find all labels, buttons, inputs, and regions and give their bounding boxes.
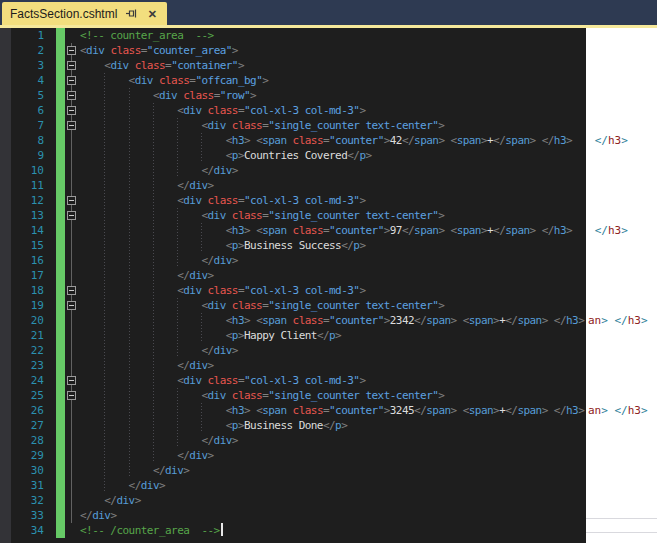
code-line[interactable]: 12 <div class="col-xl-3 col-md-3">	[0, 193, 586, 208]
code-line[interactable]: 4 <div class="offcan_bg">	[0, 73, 586, 88]
change-tracking-bar	[56, 328, 65, 343]
code-line[interactable]: 32 </div>	[0, 493, 586, 508]
code-line[interactable]: 26 <h3> <span class="counter">3245</span…	[0, 403, 586, 418]
code-text: <div class="col-xl-3 col-md-3">	[80, 193, 365, 208]
code-line[interactable]: 19 <div class="single_counter text-cente…	[0, 298, 586, 313]
line-number: 28	[11, 433, 44, 448]
change-tracking-bar	[56, 463, 65, 478]
code-text: <div class="row">	[80, 88, 256, 103]
outline-line	[71, 253, 72, 268]
line-number: 25	[11, 388, 44, 403]
outline-line	[71, 163, 72, 178]
fold-collapse-box[interactable]	[67, 286, 76, 295]
change-tracking-bar	[56, 478, 65, 493]
fold-collapse-box[interactable]	[67, 301, 76, 310]
code-text: <div class="single_counter text-center">	[80, 208, 444, 223]
code-line[interactable]: 18 <div class="col-xl-3 col-md-3">	[0, 283, 586, 298]
outline-line	[71, 433, 72, 448]
outline-line	[71, 313, 72, 328]
code-line[interactable]: 16 </div>	[0, 253, 586, 268]
line-number: 30	[11, 463, 44, 478]
outline-line	[71, 133, 72, 148]
change-tracking-bar	[56, 448, 65, 463]
code-line[interactable]: 33</div>	[0, 508, 586, 523]
change-tracking-bar	[56, 358, 65, 373]
code-text: </div>	[80, 508, 116, 523]
line-number: 1	[11, 28, 44, 43]
fold-collapse-box[interactable]	[67, 196, 76, 205]
outline-line	[71, 493, 72, 508]
close-icon[interactable]: ✕	[145, 7, 159, 21]
fold-collapse-box[interactable]	[67, 61, 76, 70]
code-line[interactable]: 5 <div class="row">	[0, 88, 586, 103]
change-tracking-bar	[56, 88, 65, 103]
line-number: 8	[11, 133, 44, 148]
line-number: 32	[11, 493, 44, 508]
code-line[interactable]: 34<!-- /counter_area -->	[0, 523, 586, 538]
fold-collapse-box[interactable]	[67, 76, 76, 85]
code-text: </div>	[80, 463, 189, 478]
code-text: <div class="container">	[80, 58, 244, 73]
change-tracking-bar	[56, 373, 65, 388]
code-text: <h3> <span class="counter">97</span> <sp…	[80, 223, 572, 238]
fold-collapse-box[interactable]	[67, 211, 76, 220]
code-line[interactable]: 30 </div>	[0, 463, 586, 478]
line-number: 17	[11, 268, 44, 283]
pin-icon[interactable]	[124, 7, 138, 21]
code-line[interactable]: 2<div class="counter_area">	[0, 43, 586, 58]
change-tracking-bar	[56, 163, 65, 178]
code-line[interactable]: 24 <div class="col-xl-3 col-md-3">	[0, 373, 586, 388]
code-line[interactable]: 14 <h3> <span class="counter">97</span> …	[0, 223, 586, 238]
code-line[interactable]: 27 <p>Business Done</p>	[0, 418, 586, 433]
line-number: 4	[11, 73, 44, 88]
outline-line	[71, 268, 72, 283]
code-line[interactable]: 8 <h3> <span class="counter">42</span> <…	[0, 133, 586, 148]
fold-collapse-box[interactable]	[67, 121, 76, 130]
code-line[interactable]: 28 </div>	[0, 433, 586, 448]
outline-line	[71, 463, 72, 478]
code-text: </div>	[80, 493, 141, 508]
code-line[interactable]: 7 <div class="single_counter text-center…	[0, 118, 586, 133]
code-text: </div>	[80, 163, 238, 178]
code-line[interactable]: 13 <div class="single_counter text-cente…	[0, 208, 586, 223]
code-text: <div class="counter_area">	[80, 43, 238, 58]
code-line[interactable]: 15 <p>Business Success</p>	[0, 238, 586, 253]
code-line[interactable]: 23 </div>	[0, 358, 586, 373]
line-number: 6	[11, 103, 44, 118]
editor-tab[interactable]: FactsSection.cshtml ✕	[2, 2, 167, 25]
change-tracking-bar	[56, 403, 65, 418]
outline-line	[71, 178, 72, 193]
code-line[interactable]: 9 <p>Countries Covered</p>	[0, 148, 586, 163]
code-line[interactable]: 10 </div>	[0, 163, 586, 178]
line-number: 7	[11, 118, 44, 133]
code-line[interactable]: 11 </div>	[0, 178, 586, 193]
vs-window: FactsSection.cshtml ✕ 1<!-- counter_area…	[0, 0, 657, 543]
code-line[interactable]: 25 <div class="single_counter text-cente…	[0, 388, 586, 403]
fold-collapse-box[interactable]	[67, 106, 76, 115]
fold-collapse-box[interactable]	[67, 391, 76, 400]
code-line[interactable]: 20 <h3> <span class="counter">2342</span…	[0, 313, 586, 328]
change-tracking-bar	[56, 508, 65, 523]
fold-collapse-box[interactable]	[67, 91, 76, 100]
code-text: <p>Countries Covered</p>	[80, 148, 372, 163]
change-tracking-bar	[56, 388, 65, 403]
code-line[interactable]: 22 </div>	[0, 343, 586, 358]
code-line[interactable]: 31 </div>	[0, 478, 586, 493]
code-line[interactable]: 6 <div class="col-xl-3 col-md-3">	[0, 103, 586, 118]
code-line[interactable]: 17 </div>	[0, 268, 586, 283]
code-line[interactable]: 1<!-- counter_area -->	[0, 28, 586, 43]
line-number: 20	[11, 313, 44, 328]
code-line[interactable]: 21 <p>Happy Client</p>	[0, 328, 586, 343]
change-tracking-bar	[56, 43, 65, 58]
change-tracking-bar	[56, 283, 65, 298]
code-text: </div>	[80, 448, 214, 463]
text-caret	[221, 523, 223, 536]
fold-collapse-box[interactable]	[67, 46, 76, 55]
code-line[interactable]: 29 </div>	[0, 448, 586, 463]
code-line[interactable]: 3 <div class="container">	[0, 58, 586, 73]
line-number: 10	[11, 163, 44, 178]
line-number: 31	[11, 478, 44, 493]
line-number: 26	[11, 403, 44, 418]
fold-collapse-box[interactable]	[67, 376, 76, 385]
change-tracking-bar	[56, 343, 65, 358]
